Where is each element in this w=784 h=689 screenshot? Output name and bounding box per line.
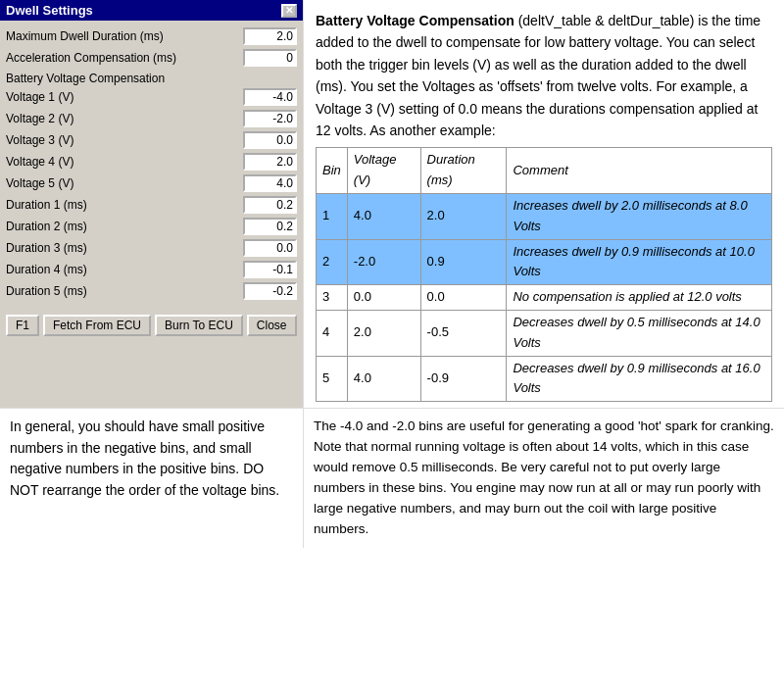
- table-cell-voltage: -2.0: [347, 239, 420, 285]
- voltage5-row: Voltage 5 (V): [6, 173, 297, 193]
- dialog-titlebar: Dwell Settings ✕: [0, 0, 303, 21]
- burn-to-ecu-button[interactable]: Burn To ECU: [155, 315, 243, 336]
- voltage1-label: Voltage 1 (V): [6, 90, 243, 104]
- duration1-input[interactable]: [243, 196, 297, 214]
- table-cell-bin: 2: [317, 239, 348, 285]
- table-cell-comment: Decreases dwell by 0.5 milliseconds at 1…: [507, 310, 772, 356]
- table-cell-duration: 0.0: [420, 285, 507, 311]
- table-row: 54.0-0.9Decreases dwell by 0.9 milliseco…: [317, 356, 772, 402]
- table-cell-comment: Increases dwell by 0.9 milliseconds at 1…: [507, 239, 772, 285]
- duration5-row: Duration 5 (ms): [6, 281, 297, 301]
- description-body: is the time added to the dwell to compen…: [316, 13, 760, 138]
- table-cell-voltage: 2.0: [347, 310, 420, 356]
- duration2-label: Duration 2 (ms): [6, 220, 243, 233]
- table-cell-duration: -0.5: [420, 310, 507, 356]
- duration4-input[interactable]: [243, 261, 297, 278]
- table-header-duration: Duration (ms): [420, 148, 507, 194]
- table-cell-bin: 4: [317, 310, 348, 356]
- voltage4-label: Voltage 4 (V): [6, 155, 243, 169]
- battery-voltage-section-label: Battery Voltage Compensation: [6, 72, 297, 85]
- voltage3-row: Voltage 3 (V): [6, 130, 297, 150]
- duration2-input[interactable]: [243, 218, 297, 235]
- fetch-from-ecu-button[interactable]: Fetch From ECU: [43, 315, 151, 336]
- table-cell-duration: 2.0: [420, 193, 507, 239]
- table-row: 14.02.0Increases dwell by 2.0 millisecon…: [317, 193, 772, 239]
- duration5-label: Duration 5 (ms): [6, 284, 243, 298]
- dialog-close-button[interactable]: ✕: [281, 4, 297, 18]
- table-cell-comment: Increases dwell by 2.0 milliseconds at 8…: [507, 193, 772, 239]
- accel-comp-label: Acceleration Compensation (ms): [6, 51, 243, 65]
- description-heading-parens: (deltV_table & deltDur_table): [514, 13, 695, 28]
- voltage5-input[interactable]: [243, 174, 297, 192]
- bottom-left-text-block: In general, you should have small positi…: [0, 409, 304, 548]
- duration2-row: Duration 2 (ms): [6, 217, 297, 236]
- accel-comp-row: Acceleration Compensation (ms): [6, 48, 297, 68]
- f1-button[interactable]: F1: [6, 315, 39, 336]
- voltage1-input[interactable]: [243, 88, 297, 106]
- table-header-voltage: Voltage (V): [347, 148, 420, 194]
- voltage4-input[interactable]: [243, 153, 297, 171]
- bottom-left-paragraph: In general, you should have small positi…: [10, 417, 293, 502]
- dialog-body: Maximum Dwell Duration (ms) Acceleration…: [0, 21, 303, 408]
- duration4-label: Duration 4 (ms): [6, 263, 243, 276]
- duration3-label: Duration 3 (ms): [6, 241, 243, 255]
- duration1-row: Duration 1 (ms): [6, 195, 297, 215]
- table-cell-voltage: 4.0: [347, 193, 420, 239]
- accel-comp-input[interactable]: [243, 49, 297, 67]
- duration3-input[interactable]: [243, 239, 297, 257]
- table-cell-voltage: 4.0: [347, 356, 420, 402]
- voltage2-row: Voltage 2 (V): [6, 109, 297, 128]
- table-row: 42.0-0.5Decreases dwell by 0.5 milliseco…: [317, 310, 772, 356]
- voltage3-input[interactable]: [243, 131, 297, 149]
- table-header-bin: Bin: [317, 148, 348, 194]
- description-heading-bold: Battery Voltage Compensation: [316, 13, 514, 28]
- table-header-comment: Comment: [507, 148, 772, 194]
- table-row: 2-2.00.9Increases dwell by 0.9 milliseco…: [317, 239, 772, 285]
- bottom-right-paragraph: The -4.0 and -2.0 bins are useful for ge…: [314, 417, 774, 540]
- duration1-label: Duration 1 (ms): [6, 198, 243, 212]
- dialog-title: Dwell Settings: [6, 3, 93, 18]
- voltage2-label: Voltage 2 (V): [6, 112, 243, 125]
- duration5-input[interactable]: [243, 282, 297, 300]
- table-cell-bin: 3: [317, 285, 348, 311]
- table-cell-bin: 1: [317, 193, 348, 239]
- voltage5-label: Voltage 5 (V): [6, 176, 243, 190]
- table-cell-duration: -0.9: [420, 356, 507, 402]
- bottom-right-text-block: The -4.0 and -2.0 bins are useful for ge…: [304, 409, 784, 548]
- max-dwell-input[interactable]: [243, 27, 297, 45]
- voltage2-input[interactable]: [243, 110, 297, 127]
- table-cell-bin: 5: [317, 356, 348, 402]
- voltage3-label: Voltage 3 (V): [6, 133, 243, 147]
- table-cell-voltage: 0.0: [347, 285, 420, 311]
- right-description: Battery Voltage Compensation (deltV_tabl…: [304, 0, 784, 408]
- table-cell-comment: No compensation is applied at 12.0 volts: [507, 285, 772, 311]
- voltage-compensation-table: Bin Voltage (V) Duration (ms) Comment 14…: [316, 147, 772, 402]
- max-dwell-row: Maximum Dwell Duration (ms): [6, 26, 297, 46]
- table-cell-duration: 0.9: [420, 239, 507, 285]
- voltage1-row: Voltage 1 (V): [6, 87, 297, 107]
- max-dwell-label: Maximum Dwell Duration (ms): [6, 29, 243, 43]
- table-cell-comment: Decreases dwell by 0.9 milliseconds at 1…: [507, 356, 772, 402]
- table-row: 30.00.0No compensation is applied at 12.…: [317, 285, 772, 311]
- duration4-row: Duration 4 (ms): [6, 260, 297, 279]
- voltage4-row: Voltage 4 (V): [6, 152, 297, 172]
- duration3-row: Duration 3 (ms): [6, 238, 297, 258]
- dialog-buttons: F1 Fetch From ECU Burn To ECU Close: [6, 311, 297, 338]
- close-button[interactable]: Close: [247, 315, 297, 336]
